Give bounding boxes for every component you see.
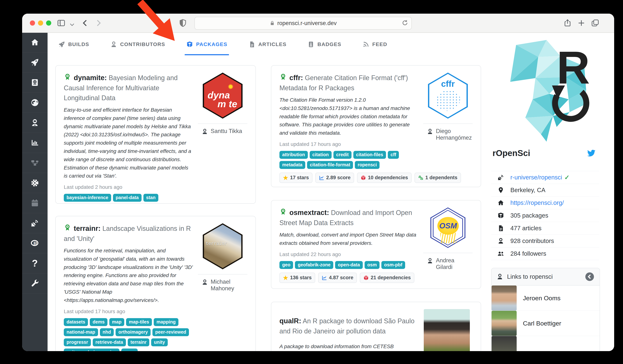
- package-name[interactable]: osmextract:: [289, 209, 329, 216]
- new-tab-icon[interactable]: [577, 19, 586, 27]
- sidebar-passport-icon[interactable]: [22, 73, 47, 93]
- stars-badge[interactable]: ★136 stars: [279, 273, 315, 283]
- topic-tag[interactable]: open-data: [335, 261, 363, 269]
- topic-tag[interactable]: attribution: [279, 151, 308, 159]
- topic-tag[interactable]: orthoimagery: [115, 328, 151, 336]
- tab-articles[interactable]: ARTICLES: [248, 41, 287, 50]
- topic-tag[interactable]: nhd: [100, 328, 114, 336]
- topic-tag[interactable]: unity: [151, 338, 168, 346]
- package-name[interactable]: terrainr:: [74, 225, 101, 232]
- topic-tags: geogeofabrik-zoneopen-dataosmosm-pbf: [279, 261, 418, 271]
- reload-icon[interactable]: [401, 19, 408, 26]
- topic-tag[interactable]: national-map: [64, 328, 98, 336]
- close-button[interactable]: [30, 21, 35, 26]
- sidebar-satellite-dish-icon[interactable]: [22, 213, 47, 233]
- sidebar-question-icon[interactable]: ?: [22, 253, 47, 273]
- topic-tag[interactable]: ropensci: [355, 161, 379, 169]
- twitter-icon[interactable]: [587, 149, 596, 157]
- sidebar-r-logo-icon[interactable]: R: [22, 233, 47, 253]
- topic-tag[interactable]: peer-reviewed: [153, 328, 189, 336]
- sidebar-rocket-icon[interactable]: [22, 52, 47, 73]
- topic-tag[interactable]: stan: [143, 194, 158, 202]
- topic-tag[interactable]: map-tiles: [126, 318, 152, 326]
- share-icon[interactable]: [563, 19, 572, 27]
- maintainer[interactable]: Andrea Gilardi: [427, 257, 469, 270]
- sidebar-bar-chart-icon[interactable]: [22, 133, 47, 153]
- sidebar-globe-icon[interactable]: [22, 93, 47, 113]
- sidebar-wrench-icon[interactable]: [22, 273, 47, 293]
- topic-tag[interactable]: panel-data: [113, 194, 142, 202]
- topic-tag[interactable]: datasets: [64, 318, 88, 326]
- sidebar-astronaut-icon[interactable]: [22, 113, 47, 133]
- topic-tag[interactable]: bayesian-inference: [64, 194, 111, 202]
- sidebar-home-icon[interactable]: [22, 32, 47, 52]
- topic-tag[interactable]: retrieve-data: [93, 338, 126, 346]
- topic-tag[interactable]: mapping: [154, 318, 178, 326]
- tab-packages[interactable]: PACKAGES: [186, 41, 227, 50]
- package-name[interactable]: cffr:: [289, 74, 303, 82]
- tab-overview-icon[interactable]: [591, 19, 600, 27]
- person-name[interactable]: Carl Boettiger: [523, 320, 561, 327]
- package-card-dynamite[interactable]: dynamite: Bayesian Modeling and Causal I…: [55, 65, 256, 204]
- sidebar-gear-icon[interactable]: [22, 173, 47, 193]
- topic-tag[interactable]: geofabrik-zone: [295, 261, 333, 269]
- topic-tag[interactable]: geo: [279, 261, 293, 269]
- maintainer[interactable]: Diego Hernangómez: [427, 128, 469, 141]
- package-name[interactable]: qualR:: [279, 317, 301, 325]
- maintainer[interactable]: Santtu Tikka: [201, 128, 244, 135]
- topic-tag[interactable]: dems: [90, 318, 107, 326]
- linked-person-row[interactable]: [491, 336, 600, 351]
- tab-badges[interactable]: BADGES: [308, 41, 341, 50]
- peer-review-rosette-icon: [279, 208, 287, 216]
- sidebar-calendar-icon[interactable]: [22, 193, 47, 213]
- tab-contributors[interactable]: CONTRIBUTORS: [110, 41, 165, 50]
- stars-badge[interactable]: ★17 stars: [279, 172, 312, 183]
- topic-tag[interactable]: metadata: [279, 161, 305, 169]
- website-link[interactable]: https://ropensci.org/: [510, 199, 564, 206]
- dependencies-badge[interactable]: 21 dependencies: [360, 273, 414, 283]
- topic-tag[interactable]: osm-pbf: [381, 261, 405, 269]
- tab-builds[interactable]: BUILDS: [58, 41, 89, 50]
- universe-link[interactable]: r-universe/ropensci: [510, 174, 562, 181]
- topic-tag[interactable]: terrainr: [128, 338, 150, 346]
- package-card-osmextract[interactable]: osmextract: Download and Import Open Str…: [271, 200, 481, 289]
- topic-tag[interactable]: osm: [365, 261, 379, 269]
- org-info-list: r-universe/ropensci ✓ Berkeley, CA https…: [491, 171, 599, 260]
- package-title: dynamite: Bayesian Modeling and Causal I…: [64, 73, 193, 103]
- privacy-shield-icon[interactable]: [178, 19, 187, 27]
- topic-tag[interactable]: citation: [310, 151, 332, 159]
- sidebar-sitemap-icon[interactable]: [22, 153, 47, 173]
- back-icon[interactable]: [81, 19, 89, 27]
- forward-icon[interactable]: [94, 19, 103, 27]
- topic-tag[interactable]: map: [109, 318, 124, 326]
- topic-tag[interactable]: citation-files: [353, 151, 386, 159]
- package-card-terrainr[interactable]: terrainr: Landscape Visualizations in R …: [55, 216, 256, 351]
- maintainer[interactable]: Michael Mahoney: [201, 278, 244, 292]
- minimize-button[interactable]: [38, 21, 43, 26]
- ropensci-logo: R: [505, 39, 592, 147]
- zoom-button[interactable]: [46, 21, 51, 26]
- url-bar[interactable]: ropensci.r-universe.dev: [195, 17, 412, 30]
- collapse-arrow-icon[interactable]: [584, 272, 595, 282]
- person-name[interactable]: Jeroen Ooms: [523, 295, 560, 302]
- linked-person-row[interactable]: Carl Boettiger: [491, 311, 600, 336]
- topic-tag[interactable]: unity-rendering-engine: [64, 348, 119, 351]
- chevron-down-icon[interactable]: [69, 20, 75, 29]
- package-card-qualr[interactable]: qualR: An R package to download São Paul…: [271, 302, 481, 351]
- score-badge[interactable]: 4.87 score: [318, 273, 357, 283]
- topic-tag[interactable]: cff: [388, 151, 399, 159]
- linked-person-row[interactable]: Jeroen Ooms: [491, 285, 600, 311]
- topic-tag[interactable]: usgs: [121, 348, 137, 351]
- dependencies-badge[interactable]: 10 dependencies: [357, 172, 412, 183]
- package-card-cffr[interactable]: cffr: Generate Citation File Format ('cf…: [271, 65, 481, 187]
- contributor-icon: [491, 237, 510, 244]
- topic-tag[interactable]: citation-file-format: [307, 161, 353, 169]
- maintainer-name: Michael Mahoney: [211, 278, 244, 292]
- tab-feed[interactable]: FEED: [362, 41, 387, 50]
- package-name[interactable]: dynamite:: [74, 74, 107, 82]
- package-title: cffr: Generate Citation File Format ('cf…: [279, 73, 418, 93]
- topic-tag[interactable]: progressr: [64, 338, 91, 346]
- topic-tag[interactable]: credit: [334, 151, 352, 159]
- sidebar-toggle-icon[interactable]: [57, 19, 66, 27]
- score-badge[interactable]: 2.89 score: [315, 172, 354, 183]
